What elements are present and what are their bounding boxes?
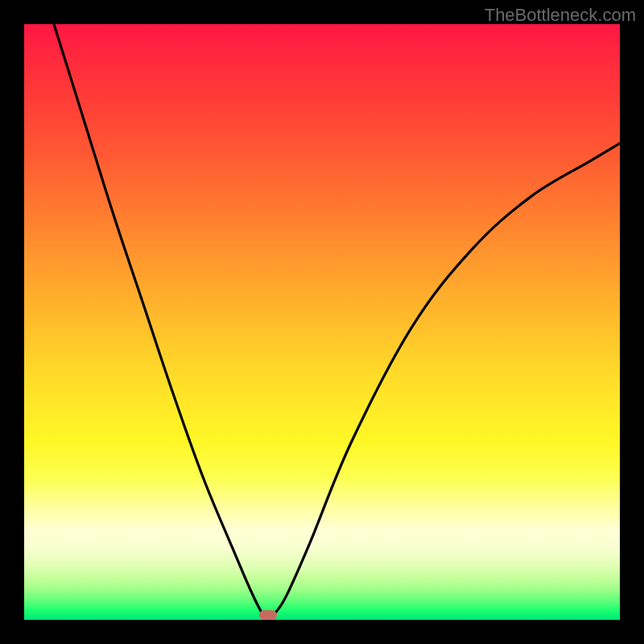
optimal-point-marker: [259, 610, 277, 620]
chart-frame: [24, 24, 620, 620]
watermark-text: TheBottleneck.com: [485, 5, 636, 26]
bottleneck-curve: [24, 24, 620, 620]
